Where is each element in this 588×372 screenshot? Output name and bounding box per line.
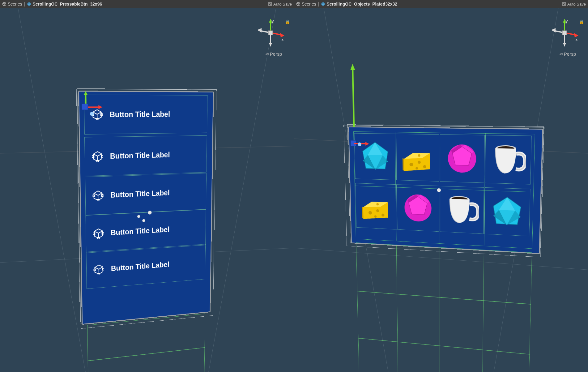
chevron-left-icon: ◅ [559, 51, 563, 57]
breadcrumb-scenes-label: Scenes [8, 2, 22, 6]
object-tile-cheese[interactable] [355, 183, 397, 230]
asset-name: ScrollingOC_PressableBtn_32x96 [32, 2, 102, 6]
breadcrumb-scenes[interactable]: Scenes [2, 2, 22, 6]
toolbar: Scenes | ScrollingOC_Objects_Plated32x32… [294, 0, 588, 8]
breadcrumb-scenes[interactable]: Scenes [296, 2, 316, 6]
breadcrumb-scenes-label: Scenes [302, 2, 316, 6]
breadcrumb-separator: | [318, 2, 319, 6]
pivot-dot [137, 215, 140, 218]
asset-name: ScrollingOC_Objects_Plated32x32 [326, 2, 397, 6]
unity-icon [2, 2, 6, 6]
svg-line-47 [209, 8, 276, 372]
scene-viewport[interactable]: yx 🔒 ◅ Persp [294, 8, 588, 372]
pivot-dot [142, 219, 145, 222]
orientation-gizmo[interactable]: yx [551, 19, 578, 47]
svg-line-55 [352, 68, 354, 127]
svg-marker-56 [350, 64, 355, 70]
breadcrumb-asset[interactable]: ScrollingOC_Objects_Plated32x32 [321, 2, 397, 6]
chevron-left-icon: ◅ [265, 51, 269, 57]
prefab-icon [27, 2, 31, 6]
auto-save-toggle[interactable]: ✓ Auto Save [562, 2, 586, 6]
checkbox-icon: ✓ [562, 2, 566, 6]
scene-view-right[interactable]: Scenes | ScrollingOC_Objects_Plated32x32… [294, 0, 588, 372]
svg-line-45 [18, 8, 85, 372]
svg-text:y: y [565, 19, 568, 24]
projection-toggle[interactable]: ◅ Persp [559, 51, 576, 57]
transform-gizmo[interactable] [79, 90, 99, 110]
scene-viewport[interactable]: y x 🔒 ◅ Persp Button Title [0, 8, 294, 372]
axis-x-label: x [281, 37, 284, 42]
unity-icon [296, 2, 300, 6]
lock-icon[interactable]: 🔒 [285, 19, 290, 24]
breadcrumb-separator: | [24, 2, 25, 6]
projection-label: Persp [270, 51, 282, 57]
orientation-gizmo[interactable]: y x [257, 19, 284, 47]
axis-y-label: y [271, 19, 274, 24]
lock-icon[interactable]: 🔒 [579, 19, 584, 24]
projection-label: Persp [564, 51, 576, 57]
auto-save-toggle[interactable]: ✓ Auto Save [268, 2, 292, 6]
cheese-icon [360, 188, 392, 225]
auto-save-label: Auto Save [567, 2, 586, 6]
toolbar: Scenes | ScrollingOC_PressableBtn_32x96 … [0, 0, 294, 8]
pivot-dot [148, 211, 151, 215]
scene-view-left[interactable]: Scenes | ScrollingOC_PressableBtn_32x96 … [0, 0, 294, 372]
breadcrumb-asset[interactable]: ScrollingOC_PressableBtn_32x96 [27, 2, 102, 6]
auto-save-label: Auto Save [273, 2, 292, 6]
checkbox-icon: ✓ [268, 2, 272, 6]
projection-toggle[interactable]: ◅ Persp [265, 51, 282, 57]
axis-y-icon [346, 64, 360, 133]
svg-text:x: x [575, 37, 578, 42]
prefab-icon [321, 2, 325, 6]
